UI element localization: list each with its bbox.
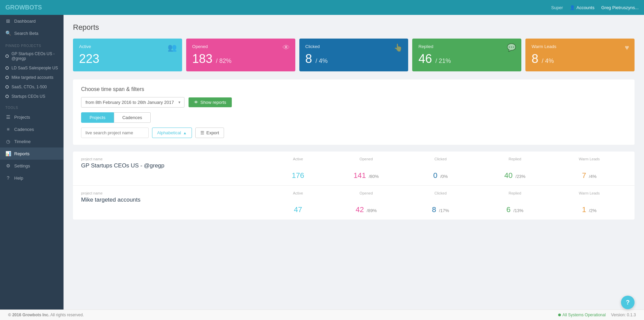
opened-pct: /89% [367, 208, 377, 213]
pinned-project-label: GP Startups CEOs US - @gregp [11, 51, 58, 61]
pinned-project-startups[interactable]: Startups CEOs US [0, 92, 64, 101]
copyright: © 2016 Growbots Inc. All rights reserved… [8, 313, 84, 317]
project-name: Mike targeted accounts [81, 197, 267, 203]
logo-bots: BOTS [25, 4, 42, 11]
active-value: 47 [294, 205, 302, 214]
accounts-link[interactable]: 👤 Accounts [570, 5, 594, 10]
stat-value-pct: / 82% [216, 58, 231, 64]
stat-value-pct: / 4% [316, 58, 328, 64]
replied-value: 6 [506, 205, 511, 214]
table-data-row: 47 42 /89% 8 /17% 6 /13% 1 [81, 205, 626, 214]
tabs-row: Projects Cadences [81, 112, 626, 123]
col-header-clicked: Clicked [435, 157, 447, 161]
projects-icon: ☰ [5, 114, 11, 120]
sidebar-item-timeline[interactable]: ◷ Timeline [0, 135, 64, 147]
col-header-clicked2: Clicked [435, 191, 447, 195]
sidebar-item-dashboard[interactable]: ⊞ Dashboard [0, 15, 64, 27]
stat-card-label: Warm Leads [531, 44, 628, 49]
pinned-dot [5, 76, 9, 79]
systems-status: All Systems Operational [558, 313, 606, 317]
pinned-project-label: Startups CEOs US [11, 94, 45, 99]
pinned-project-label: Mike targeted accounts [11, 75, 53, 80]
col-header-warm2: Warm Leads [579, 191, 600, 195]
warm-value: 1 [582, 205, 586, 214]
stat-icon: 👁 [282, 43, 290, 52]
pinned-dot [5, 95, 9, 98]
sidebar-item-cadences[interactable]: ≡ Cadences [0, 123, 64, 135]
stat-value-num: 183 [192, 52, 213, 66]
sort-button[interactable]: Alphabetical ▲ [152, 128, 192, 138]
pinned-project-saas[interactable]: SaaS, CTOs, 1-500 [0, 82, 64, 92]
sidebar-item-label: Timeline [14, 139, 31, 144]
stat-value-pct: / 4% [542, 58, 554, 64]
stat-card-value: 223 [79, 52, 176, 66]
col-header-replied2: Replied [509, 191, 521, 195]
top-nav: GROWBOTS Super 👤 Accounts Greg Pietruszy… [0, 0, 644, 15]
pinned-dot [5, 66, 9, 70]
stat-card-clicked: Clicked 8 / 4% 👆 [299, 39, 408, 71]
clicked-pct: /0% [440, 174, 448, 179]
tab-cadences[interactable]: Cadences [114, 112, 151, 123]
version-label: Version: 0.1.3 [611, 313, 636, 317]
stat-value-num: 46 [418, 52, 432, 66]
sidebar-item-label: Settings [14, 163, 30, 168]
clicked-value: 8 [432, 205, 436, 214]
stat-card-replied: Replied 46 / 21% 💬 [412, 39, 521, 71]
pinned-project-gp[interactable]: GP Startups CEOs US - @gregp [0, 49, 64, 63]
sidebar-item-reports[interactable]: 📊 Reports [0, 147, 64, 160]
table-data-row: 176 141 /80% 0 /0% 40 /23% 7 [81, 171, 626, 180]
search-input[interactable] [81, 128, 149, 138]
reports-icon: 📊 [5, 151, 11, 156]
super-label: Super [551, 5, 563, 10]
pinned-project-mike[interactable]: Mike targeted accounts [0, 73, 64, 82]
stat-card-value: 46 / 21% [418, 52, 515, 66]
dashboard-icon: ⊞ [5, 18, 11, 24]
eye-icon: 👁 [194, 100, 198, 105]
col-header-active2: Active [293, 191, 303, 195]
active-value: 176 [292, 171, 304, 180]
stat-value-pct: / 21% [435, 58, 451, 64]
stat-cards: Active 223 👥 Opened 183 / 82% 👁 Clicked … [73, 39, 635, 71]
top-nav-right: Super 👤 Accounts Greg Pietruszyns... [551, 5, 639, 10]
show-reports-button[interactable]: 👁 Show reports [189, 97, 232, 107]
app-body: ⊞ Dashboard 🔍 Search Beta PINNED PROJECT… [0, 15, 644, 310]
stat-value-num: 8 [531, 52, 538, 66]
replied-pct: /23% [516, 174, 526, 179]
copyright-text: All rights reserved. [50, 313, 84, 317]
stat-card-label: Opened [192, 44, 289, 49]
pinned-dot [5, 54, 9, 58]
timeline-icon: ◷ [5, 139, 11, 144]
pinned-section-label: PINNED PROJECTS [0, 39, 64, 49]
stat-icon: 👆 [394, 43, 403, 52]
help-fab-button[interactable]: ? [621, 296, 635, 309]
date-select-wrapper[interactable]: from 8th February 2016 to 26th January 2… [81, 97, 184, 108]
show-reports-label: Show reports [200, 100, 226, 105]
sidebar-item-settings[interactable]: ⚙ Settings [0, 160, 64, 172]
sidebar-item-label: Cadences [14, 127, 34, 132]
stat-card-label: Replied [418, 44, 515, 49]
date-select[interactable]: from 8th February 2016 to 26th January 2… [81, 97, 184, 108]
stat-card-label: Active [79, 44, 176, 49]
sidebar-item-label: Dashboard [14, 19, 36, 24]
sidebar-item-label: Reports [14, 151, 30, 156]
filters-panel: Choose time span & filters from 8th Febr… [73, 79, 635, 145]
tab-projects[interactable]: Projects [81, 112, 114, 123]
settings-icon: ⚙ [5, 163, 11, 168]
sidebar-item-projects[interactable]: ☰ Projects [0, 111, 64, 123]
sidebar-item-search[interactable]: 🔍 Search Beta [0, 27, 64, 39]
stat-value-num: 223 [79, 52, 99, 66]
table-row: project name GP Startups CEOs US - @greg… [73, 152, 635, 186]
export-button[interactable]: ☰ Export [195, 128, 224, 138]
table-row: project name Mike targeted accounts Acti… [73, 186, 635, 220]
pinned-project-ld[interactable]: LD SaaS Salespeople US [0, 63, 64, 73]
stat-card-value: 8 / 4% [305, 52, 402, 66]
sidebar-item-label: Help [14, 176, 23, 181]
stat-icon: 💬 [507, 43, 516, 52]
accounts-icon: 👤 [570, 5, 575, 10]
opened-value: 42 [355, 205, 364, 214]
pinned-dot [5, 85, 9, 89]
systems-label: All Systems Operational [563, 313, 606, 317]
search-icon: 🔍 [5, 30, 11, 36]
export-icon: ☰ [200, 130, 204, 135]
sidebar-item-help[interactable]: ? Help [0, 172, 64, 184]
